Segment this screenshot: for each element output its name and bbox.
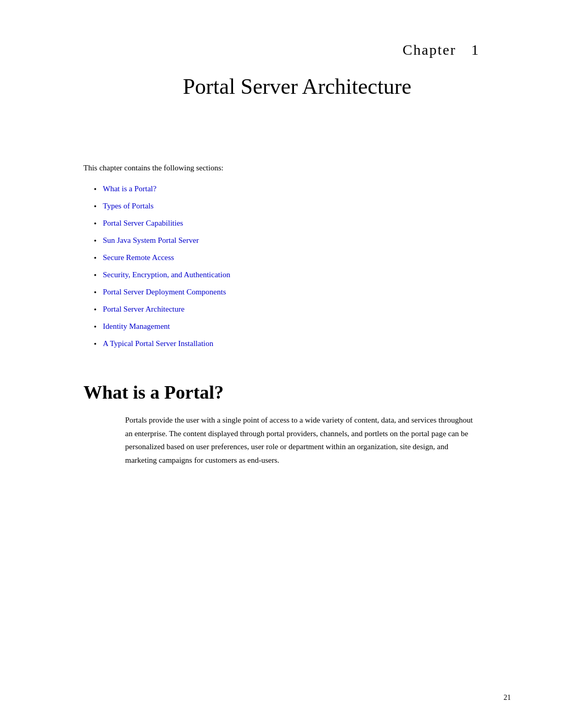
- toc-item-3: Sun Java System Portal Server: [94, 234, 511, 247]
- toc-item-2: Portal Server Capabilities: [94, 217, 511, 230]
- toc-item-0: What is a Portal?: [94, 182, 511, 195]
- toc-link-9[interactable]: A Typical Portal Server Installation: [103, 337, 213, 350]
- toc-item-7: Portal Server Architecture: [94, 303, 511, 316]
- toc-link-8[interactable]: Identity Management: [103, 320, 170, 332]
- page: Chapter 1 Portal Server Architecture Thi…: [0, 0, 563, 728]
- toc-link-0[interactable]: What is a Portal?: [103, 182, 156, 195]
- page-title: Portal Server Architecture: [83, 74, 511, 99]
- toc-list: What is a Portal? Types of Portals Porta…: [94, 182, 511, 350]
- intro-text: This chapter contains the following sect…: [83, 162, 511, 174]
- toc-item-9: A Typical Portal Server Installation: [94, 337, 511, 350]
- toc-link-7[interactable]: Portal Server Architecture: [103, 303, 185, 315]
- page-number: 21: [504, 694, 511, 702]
- toc-item-1: Types of Portals: [94, 200, 511, 213]
- toc-item-6: Portal Server Deployment Components: [94, 286, 511, 299]
- toc-item-4: Secure Remote Access: [94, 251, 511, 264]
- toc-item-8: Identity Management: [94, 320, 511, 333]
- toc-item-5: Security, Encryption, and Authentication: [94, 268, 511, 281]
- toc-link-4[interactable]: Secure Remote Access: [103, 251, 174, 264]
- section-body-0: Portals provide the user with a single p…: [125, 414, 480, 467]
- toc-link-3[interactable]: Sun Java System Portal Server: [103, 234, 199, 246]
- section-what-is-a-portal: What is a Portal? Portals provide the us…: [83, 381, 511, 467]
- chapter-number: 1: [471, 42, 480, 58]
- toc-link-5[interactable]: Security, Encryption, and Authentication: [103, 268, 230, 281]
- toc-link-6[interactable]: Portal Server Deployment Components: [103, 286, 226, 298]
- chapter-label-text: Chapter: [402, 42, 456, 58]
- section-title-0: What is a Portal?: [83, 381, 511, 403]
- chapter-header: Chapter 1: [83, 42, 511, 58]
- toc-link-2[interactable]: Portal Server Capabilities: [103, 217, 183, 229]
- toc-link-1[interactable]: Types of Portals: [103, 200, 153, 212]
